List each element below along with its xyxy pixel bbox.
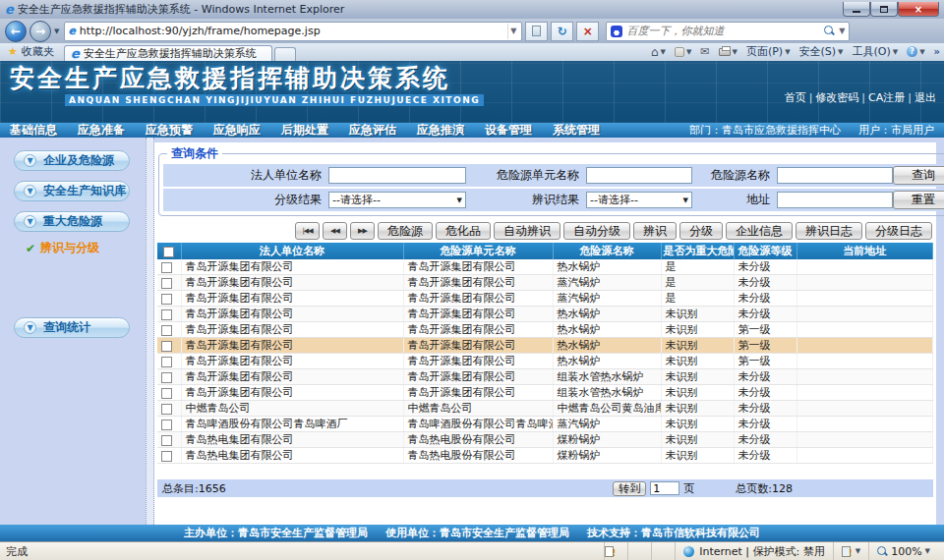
close-button[interactable]: × [898, 2, 939, 17]
refresh-button[interactable]: ↻ [551, 22, 573, 41]
more-commands-button[interactable]: » [934, 46, 940, 57]
toolbar-button-7[interactable]: 辨识日志 [796, 222, 862, 240]
table-row[interactable]: 青岛开源集团有限公司青岛开源集团有限公司热水锅炉未识别未分级 [157, 307, 933, 322]
menu-item-2[interactable]: 应急预警 [146, 122, 193, 139]
table-row[interactable]: 青岛开源集团有限公司青岛开源集团有限公司组装水管热水锅炉未识别未分级 [157, 369, 933, 385]
toolbar-button-2[interactable]: 自动辨识 [494, 222, 560, 240]
search-icon[interactable] [824, 26, 835, 36]
table-row[interactable]: 青岛开源集团有限公司青岛开源集团有限公司蒸汽锅炉是未分级 [157, 291, 933, 307]
goto-page-button[interactable]: 转到 [613, 481, 646, 496]
tab-active[interactable]: e 安全生产应急救援指挥辅助决策系统 [64, 45, 272, 61]
table-row[interactable]: 青岛开源集团有限公司青岛开源集团有限公司蒸汽锅炉是未分级 [157, 275, 933, 291]
row-checkbox[interactable] [161, 341, 172, 352]
sidebar-item-query-stats[interactable]: ▼ 查询统计 [14, 317, 130, 338]
read-mail-button[interactable]: ✉ [700, 45, 709, 58]
toolbar-button-0[interactable]: 危险源 [378, 222, 433, 240]
row-checkbox[interactable] [161, 404, 172, 415]
favorites-button[interactable]: ★ 收藏夹 [4, 44, 62, 61]
menu-item-8[interactable]: 系统管理 [553, 122, 600, 139]
zoom-level-button[interactable]: 100% ▼ [868, 542, 938, 560]
maximize-button[interactable] [870, 2, 898, 17]
chevron-down-icon: ▼ [680, 196, 691, 204]
toolbar-button-8[interactable]: 分级日志 [865, 222, 932, 240]
page-menu-button[interactable]: 页面(P)▼ [746, 44, 791, 59]
new-tab-button[interactable] [274, 47, 296, 61]
search-button[interactable]: 查询 [893, 166, 944, 185]
reset-button[interactable]: 重置 [893, 191, 944, 209]
identify-result-select[interactable]: --请选择-- ▼ [586, 192, 692, 208]
hazard-unit-input[interactable] [586, 167, 692, 184]
row-checkbox[interactable] [161, 262, 172, 273]
sidebar-splitter[interactable] [146, 138, 154, 525]
sidebar-item-enterprise-hazard[interactable]: ▼ 企业及危险源 [14, 150, 130, 171]
change-zoom-button[interactable]: ▼ [833, 542, 868, 560]
toolbar-button-3[interactable]: 自动分级 [563, 222, 630, 240]
zoom-level-dropdown-icon: ▼ [925, 547, 930, 555]
menu-item-5[interactable]: 应急评估 [349, 122, 396, 139]
toolbar-button-1[interactable]: 危化品 [436, 222, 491, 240]
banner-link-2[interactable]: CA注册 [868, 90, 905, 105]
print-button[interactable]: ▼ [719, 48, 738, 56]
row-checkbox[interactable] [161, 309, 172, 320]
page-number-input[interactable] [650, 481, 679, 495]
banner-link-1[interactable]: 修改密码 [815, 90, 858, 105]
address-input[interactable]: e http://localhost:90/yjzh/frame/homepag… [64, 22, 522, 41]
feeds-button[interactable]: ▼ [675, 47, 691, 57]
row-checkbox[interactable] [161, 325, 172, 336]
table-row[interactable]: 青岛开源集团有限公司青岛开源集团有限公司热水锅炉是未分级 [157, 259, 933, 275]
address-input[interactable] [777, 192, 893, 208]
banner-link-3[interactable]: 退出 [914, 90, 936, 105]
row-checkbox[interactable] [161, 278, 172, 289]
nav-history-dropdown-icon[interactable]: ▼ [54, 28, 59, 35]
back-button[interactable]: ← [5, 21, 27, 42]
table-row[interactable]: 青岛热电集团有限公司青岛热电股份有限公司煤粉锅炉未识别未分级 [157, 432, 933, 448]
search-dropdown-icon[interactable]: ▼ [839, 27, 845, 35]
help-menu-button[interactable]: ?▼ [907, 46, 924, 57]
sidebar-item-knowledge-base[interactable]: ▼ 安全生产知识库 [14, 181, 130, 201]
search-input[interactable] [626, 25, 820, 37]
tools-menu-button[interactable]: 工具(O)▼ [853, 44, 899, 59]
row-checkbox[interactable] [161, 451, 172, 462]
compatibility-view-button[interactable] [525, 22, 548, 41]
row-checkbox[interactable] [161, 435, 172, 446]
page-menu-label: 页面(P) [746, 44, 783, 59]
select-all-checkbox[interactable] [163, 247, 174, 257]
home-button[interactable]: ⌂▼ [651, 45, 666, 59]
menu-item-7[interactable]: 设备管理 [485, 122, 532, 139]
hazard-name-input[interactable] [777, 167, 893, 184]
row-checkbox[interactable] [161, 357, 172, 367]
address-dropdown-icon[interactable]: ▼ [507, 24, 518, 39]
row-checkbox[interactable] [161, 294, 172, 305]
menu-item-0[interactable]: 基础信息 [10, 122, 57, 139]
row-checkbox[interactable] [161, 420, 172, 430]
grade-result-select[interactable]: --请选择-- ▼ [328, 192, 466, 208]
row-checkbox[interactable] [161, 372, 172, 383]
toolbar-button-6[interactable]: 企业信息 [726, 222, 793, 240]
sidebar-item-major-hazard[interactable]: ▼ 重大危险源 [14, 211, 130, 232]
menu-item-1[interactable]: 应急准备 [78, 122, 125, 139]
toolbar-button-5[interactable]: 分级 [679, 222, 723, 240]
menu-item-6[interactable]: 应急推演 [417, 122, 464, 139]
table-row[interactable]: 青岛开源集团有限公司青岛开源集团有限公司热水锅炉未识别第一级 [157, 354, 933, 369]
forward-button[interactable]: → [30, 21, 51, 42]
table-row[interactable]: 中燃青岛公司中燃青岛公司中燃青岛公司黄岛油库锅炉未识别未分级 [157, 401, 933, 417]
next-page-button[interactable]: ▶▶ [350, 222, 375, 240]
legal-entity-input[interactable] [328, 167, 466, 184]
banner-link-0[interactable]: 首页 [785, 90, 806, 105]
menu-item-3[interactable]: 应急响应 [213, 122, 261, 139]
table-row[interactable]: 青岛开源集团有限公司青岛开源集团有限公司热水锅炉未识别第一级 [157, 322, 933, 338]
table-row[interactable]: 青岛啤酒股份有限公司青岛啤酒厂青岛啤酒股份有限公司青岛啤酒厂蒸汽锅炉未识别未分级 [157, 417, 933, 432]
first-page-button[interactable]: |◀◀ [295, 222, 320, 240]
safety-menu-button[interactable]: 安全(S)▼ [799, 44, 844, 59]
table-row[interactable]: 青岛开源集团有限公司青岛开源集团有限公司热水锅炉未识别第一级 [157, 338, 933, 354]
search-box[interactable]: ▼ [606, 22, 850, 41]
stop-button[interactable]: × [576, 22, 599, 41]
prev-page-button[interactable]: ◀◀ [323, 222, 347, 240]
menu-item-4[interactable]: 后期处置 [281, 122, 328, 139]
sidebar-subitem-identify-grade[interactable]: ✔ 辨识与分级 [26, 240, 146, 256]
table-row[interactable]: 青岛热电集团有限公司青岛热电股份有限公司煤粉锅炉未识别未分级 [157, 448, 933, 464]
toolbar-button-4[interactable]: 辨识 [633, 222, 677, 240]
row-checkbox[interactable] [161, 388, 172, 399]
minimize-button[interactable] [843, 2, 870, 17]
table-row[interactable]: 青岛开源集团有限公司青岛开源集团有限公司组装水管热水锅炉未识别未分级 [157, 385, 933, 401]
